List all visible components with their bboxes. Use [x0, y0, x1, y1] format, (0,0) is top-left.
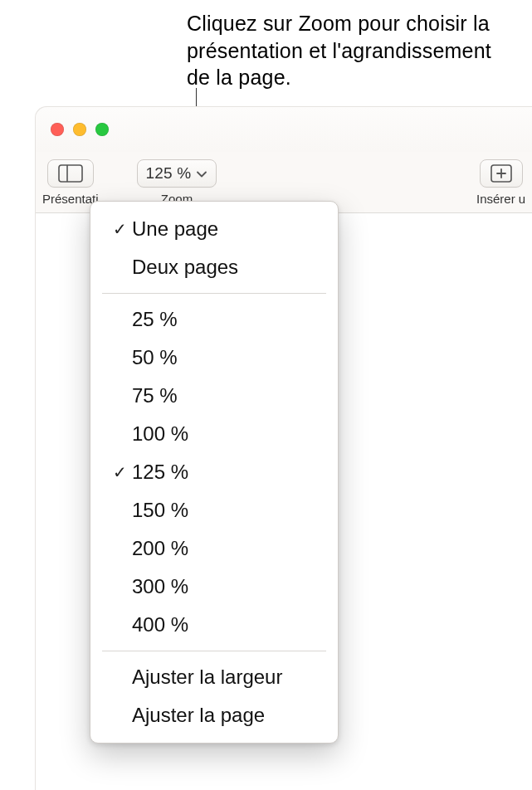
menu-item-label: 300 % — [132, 575, 188, 598]
check-icon: ✓ — [107, 219, 132, 239]
menu-item-zoom-75[interactable]: 75 % — [90, 377, 338, 415]
menu-item-label: 100 % — [132, 422, 188, 446]
menu-item-zoom-50[interactable]: 50 % — [90, 339, 338, 377]
menu-item-zoom-100[interactable]: 100 % — [90, 415, 338, 453]
menu-item-label: Deux pages — [132, 256, 238, 279]
menu-item-label: 400 % — [132, 613, 188, 636]
menu-item-label: Une page — [132, 217, 218, 241]
check-icon: ✓ — [107, 462, 132, 482]
menu-item-fit-page[interactable]: Ajuster la page — [90, 696, 338, 734]
chevron-down-icon — [196, 170, 207, 178]
menu-separator — [102, 651, 326, 651]
menu-item-label: 25 % — [132, 308, 178, 331]
menu-item-label: 50 % — [132, 346, 178, 369]
menu-item-label: 75 % — [132, 384, 178, 407]
insert-label: Insérer un — [476, 192, 526, 206]
menu-separator — [102, 293, 326, 294]
menu-item-zoom-25[interactable]: 25 % — [90, 300, 338, 339]
insert-button[interactable] — [480, 159, 523, 188]
menu-item-zoom-300[interactable]: 300 % — [90, 568, 338, 606]
menu-item-label: 150 % — [132, 499, 188, 522]
menu-item-zoom-150[interactable]: 150 % — [90, 491, 338, 529]
window-minimize-button[interactable] — [73, 123, 86, 136]
presentation-button[interactable] — [47, 159, 94, 188]
toolbar-item-presentation: Présentation — [42, 158, 99, 206]
menu-item-label: Ajuster la largeur — [132, 666, 282, 689]
toolbar-item-insert: Insérer un — [476, 158, 526, 206]
menu-item-zoom-400[interactable]: 400 % — [90, 606, 338, 644]
sidebar-icon — [58, 164, 83, 183]
window-maximize-button[interactable] — [95, 123, 109, 136]
plus-page-icon — [491, 164, 512, 183]
callout-text: Cliquez sur Zoom pour choisir la présent… — [187, 10, 510, 91]
zoom-button[interactable]: 125 % — [137, 159, 217, 188]
menu-item-fit-width[interactable]: Ajuster la largeur — [90, 658, 338, 696]
menu-item-two-pages[interactable]: Deux pages — [90, 248, 338, 286]
menu-item-zoom-200[interactable]: 200 % — [90, 529, 338, 568]
window-titlebar — [36, 107, 532, 152]
menu-item-zoom-125[interactable]: ✓ 125 % — [90, 453, 338, 491]
window-close-button[interactable] — [51, 123, 64, 136]
menu-item-label: Ajuster la page — [132, 704, 265, 727]
svg-rect-0 — [59, 165, 82, 182]
zoom-value: 125 % — [146, 164, 192, 183]
menu-item-label: 200 % — [132, 537, 188, 560]
menu-item-one-page[interactable]: ✓ Une page — [90, 210, 338, 248]
menu-item-label: 125 % — [132, 461, 188, 484]
zoom-menu: ✓ Une page Deux pages 25 % 50 % 75 % 100… — [90, 201, 339, 744]
toolbar-item-zoom: 125 % Zoom — [132, 158, 222, 206]
